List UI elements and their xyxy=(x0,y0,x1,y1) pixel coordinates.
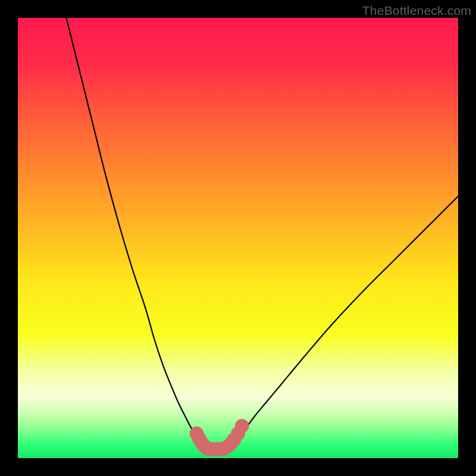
valley-markers xyxy=(190,419,249,456)
chart-svg xyxy=(18,18,458,458)
valley-marker xyxy=(235,419,249,433)
chart-frame: TheBottleneck.com xyxy=(0,0,476,476)
curve-group xyxy=(66,18,458,449)
watermark-text: TheBottleneck.com xyxy=(362,4,471,18)
bottleneck-curve xyxy=(66,18,458,449)
